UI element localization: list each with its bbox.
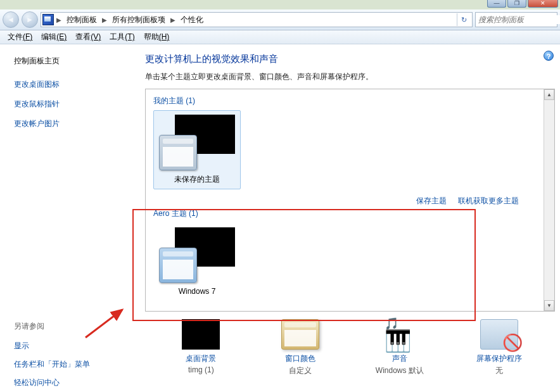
setting-window-color[interactable]: 窗口颜色 自定义 <box>253 319 348 376</box>
setting-screensaver[interactable]: 屏幕保护程序 无 <box>452 319 547 376</box>
sound-icon <box>381 319 419 350</box>
section-aero-themes: Aero 主题 (1) <box>153 208 538 219</box>
menu-help[interactable]: 帮助(H) <box>140 30 174 44</box>
get-more-themes-link[interactable]: 联机获取更多主题 <box>458 196 519 206</box>
theme-window-preview <box>159 248 197 283</box>
setting-title: 屏幕保护程序 <box>452 353 547 364</box>
themes-panel: 我的主题 (1) 未保存的主题 保存主题 联机获取更多主题 Aero 主题 (1… <box>145 89 555 312</box>
see-also-ease-of-access[interactable]: 轻松访问中心 <box>14 377 130 388</box>
section-my-themes: 我的主题 (1) <box>153 96 538 106</box>
setting-value: timg (1) <box>153 365 248 374</box>
control-panel-icon <box>42 14 54 25</box>
setting-value: Windows 默认 <box>352 365 447 376</box>
menu-edit[interactable]: 编辑(E) <box>37 30 70 44</box>
address-bar[interactable]: ▶ 控制面板 ▶ 所有控制面板项 ▶ 个性化 ↻ <box>41 12 473 27</box>
theme-card-unsaved[interactable]: 未保存的主题 <box>153 110 241 189</box>
navigation-bar: ◄ ► ▶ 控制面板 ▶ 所有控制面板项 ▶ 个性化 ↻ 🔍 <box>0 9 560 30</box>
menu-file[interactable]: 文件(F) <box>4 30 36 44</box>
scrollbar[interactable]: ▲ ▼ <box>544 89 554 311</box>
window-controls: — ❐ ✕ <box>486 0 558 8</box>
theme-preview <box>159 115 235 170</box>
search-input[interactable] <box>478 15 560 24</box>
setting-title: 桌面背景 <box>153 353 248 364</box>
scroll-up-button[interactable]: ▲ <box>544 89 554 100</box>
breadcrumb-item[interactable]: 控制面板 <box>64 13 99 27</box>
sidebar-link-desktop-icons[interactable]: 更改桌面图标 <box>14 79 130 90</box>
window-close-button[interactable]: ✕ <box>528 0 558 8</box>
see-also-label: 另请参阅 <box>14 321 130 332</box>
setting-value: 自定义 <box>253 365 348 376</box>
sidebar-see-also: 另请参阅 显示 任务栏和「开始」菜单 轻松访问中心 <box>14 321 130 388</box>
theme-actions: 保存主题 联机获取更多主题 <box>416 196 519 206</box>
breadcrumb-item[interactable]: 所有控制面板项 <box>110 13 168 27</box>
theme-preview <box>159 227 235 283</box>
chevron-right-icon: ▶ <box>170 16 175 23</box>
save-theme-link[interactable]: 保存主题 <box>416 196 447 206</box>
nav-forward-button[interactable]: ► <box>22 11 38 28</box>
theme-label: Windows 7 <box>158 287 236 296</box>
setting-value: 无 <box>452 365 547 376</box>
menu-bar: 文件(F) 编辑(E) 查看(V) 工具(T) 帮助(H) <box>0 30 560 44</box>
nav-back-button[interactable]: ◄ <box>3 11 19 28</box>
help-icon[interactable]: ? <box>544 51 554 61</box>
theme-label: 未保存的主题 <box>158 174 236 185</box>
settings-row: 桌面背景 timg (1) 窗口颜色 自定义 声音 Windows 默认 屏幕保… <box>145 319 555 376</box>
refresh-button[interactable]: ↻ <box>457 13 471 26</box>
main-content: ? 更改计算机上的视觉效果和声音 单击某个主题立即更改桌面背景、窗口颜色、声音和… <box>134 44 560 392</box>
window-color-icon <box>281 319 319 350</box>
menu-tools[interactable]: 工具(T) <box>106 30 138 44</box>
search-box[interactable]: 🔍 <box>475 12 557 27</box>
page-description: 单击某个主题立即更改桌面背景、窗口颜色、声音和屏幕保护程序。 <box>145 72 555 82</box>
scroll-down-button[interactable]: ▼ <box>544 300 554 311</box>
sidebar-link-mouse-pointers[interactable]: 更改鼠标指针 <box>14 99 130 110</box>
setting-title: 声音 <box>352 353 447 364</box>
desktop-background-icon <box>182 319 220 350</box>
screensaver-icon <box>480 319 518 350</box>
setting-desktop-background[interactable]: 桌面背景 timg (1) <box>153 319 248 376</box>
menu-view[interactable]: 查看(V) <box>72 30 105 44</box>
see-also-taskbar[interactable]: 任务栏和「开始」菜单 <box>14 359 130 370</box>
theme-window-preview <box>159 135 197 170</box>
client-area: 控制面板主页 更改桌面图标 更改鼠标指针 更改帐户图片 另请参阅 显示 任务栏和… <box>0 44 560 392</box>
setting-title: 窗口颜色 <box>253 353 348 364</box>
window-minimize-button[interactable]: — <box>487 0 506 8</box>
theme-card-windows7[interactable]: Windows 7 <box>153 223 241 300</box>
page-heading: 更改计算机上的视觉效果和声音 <box>145 53 555 65</box>
see-also-display[interactable]: 显示 <box>14 341 130 351</box>
sidebar-link-account-picture[interactable]: 更改帐户图片 <box>14 118 130 129</box>
sidebar: 控制面板主页 更改桌面图标 更改鼠标指针 更改帐户图片 另请参阅 显示 任务栏和… <box>0 44 134 392</box>
window-maximize-button[interactable]: ❐ <box>507 0 526 8</box>
breadcrumb-item[interactable]: 个性化 <box>178 13 206 27</box>
chevron-right-icon: ▶ <box>102 16 107 23</box>
setting-sounds[interactable]: 声音 Windows 默认 <box>352 319 447 376</box>
sidebar-home-link[interactable]: 控制面板主页 <box>14 56 130 66</box>
chevron-right-icon: ▶ <box>56 16 61 23</box>
